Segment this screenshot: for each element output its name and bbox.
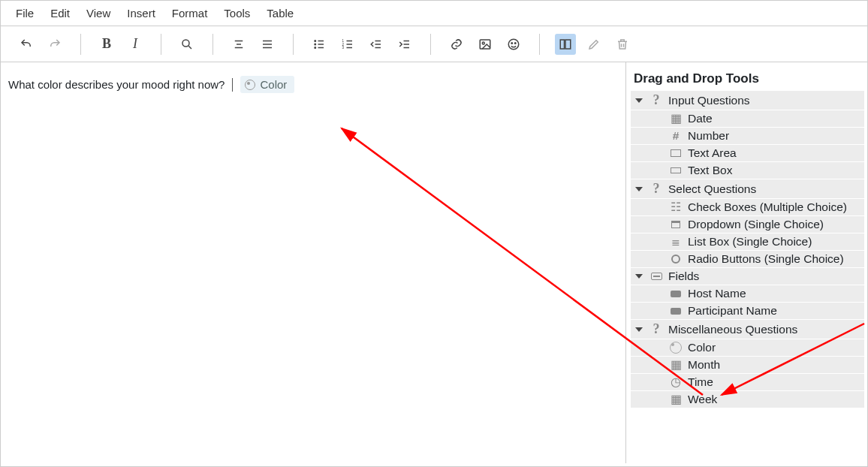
svg-point-0: [182, 40, 189, 47]
tree-category[interactable]: ?Miscellaneous Questions: [631, 320, 864, 339]
indent-button[interactable]: [394, 34, 415, 55]
chip-label: Color: [260, 78, 287, 91]
menu-insert[interactable]: Insert: [127, 7, 155, 20]
app-window: File Edit View Insert Format Tools Table…: [0, 0, 868, 467]
separator-icon: [80, 34, 81, 55]
search-button[interactable]: [176, 34, 197, 55]
svg-point-12: [315, 47, 316, 48]
palette-icon: [245, 80, 255, 90]
number-list-button[interactable]: 123: [337, 34, 358, 55]
tree-item[interactable]: Week: [631, 391, 864, 408]
item-label: Participant Name: [688, 304, 777, 318]
delete-button[interactable]: [612, 34, 633, 55]
separator-icon: [293, 34, 294, 55]
category-label: Miscellaneous Questions: [668, 323, 797, 336]
item-label: Number: [688, 129, 729, 143]
tree-item[interactable]: Radio Buttons (Single Choice): [631, 251, 864, 267]
svg-point-29: [511, 42, 513, 44]
sidebar-title: Drag and Drop Tools: [631, 71, 864, 91]
link-button[interactable]: [446, 34, 467, 55]
question-text: What color describes your mood right now…: [8, 78, 225, 91]
form-field-button[interactable]: [555, 34, 576, 55]
menu-bar: File Edit View Insert Format Tools Table: [1, 1, 867, 26]
editor-canvas[interactable]: What color describes your mood right now…: [1, 62, 625, 463]
svg-point-28: [508, 39, 519, 50]
item-label: Color: [688, 341, 716, 354]
item-label: Check Boxes (Multiple Choice): [688, 200, 847, 214]
separator-icon: [430, 34, 431, 55]
tree-category[interactable]: ?Select Questions: [631, 179, 864, 198]
caret-down-icon: [635, 274, 643, 279]
tree-category[interactable]: ?Input Questions: [631, 91, 864, 110]
category-label: Fields: [668, 270, 699, 283]
toolbar: B I 123: [1, 26, 867, 62]
menu-tools[interactable]: Tools: [224, 7, 250, 20]
svg-point-27: [482, 42, 484, 44]
caret-down-icon: [635, 327, 643, 332]
color-field-chip[interactable]: Color: [240, 76, 294, 93]
item-label: List Box (Single Choice): [688, 235, 812, 249]
tree-item[interactable]: Host Name: [631, 285, 864, 302]
svg-rect-31: [560, 40, 564, 49]
item-label: Month: [688, 358, 720, 372]
item-label: Text Area: [688, 146, 737, 160]
editor-line: What color describes your mood right now…: [8, 76, 618, 93]
menu-table[interactable]: Table: [267, 7, 294, 20]
tree-item[interactable]: List Box (Single Choice): [631, 234, 864, 250]
tree-item[interactable]: Time: [631, 374, 864, 390]
edit-button[interactable]: [583, 34, 604, 55]
bullet-list-button[interactable]: [309, 34, 330, 55]
separator-icon: [161, 34, 161, 55]
category-label: Input Questions: [668, 94, 750, 107]
svg-text:3: 3: [342, 46, 345, 50]
main-area: What color describes your mood right now…: [1, 62, 867, 463]
item-label: Text Box: [688, 164, 732, 177]
text-cursor: [232, 78, 233, 92]
tree-item[interactable]: Dropdown (Single Choice): [631, 216, 864, 233]
svg-point-30: [515, 42, 517, 44]
tree-item[interactable]: Text Area: [631, 145, 864, 161]
tree-category[interactable]: Fields: [631, 268, 864, 285]
outdent-button[interactable]: [366, 34, 387, 55]
bold-button[interactable]: B: [96, 34, 117, 55]
caret-down-icon: [635, 187, 643, 191]
item-label: Week: [688, 393, 717, 406]
category-label: Select Questions: [668, 182, 756, 196]
svg-point-10: [315, 44, 316, 45]
menu-edit[interactable]: Edit: [50, 7, 70, 20]
item-label: Time: [688, 375, 713, 389]
italic-button[interactable]: I: [125, 34, 146, 55]
tree-item[interactable]: Number: [631, 128, 864, 144]
tree-item[interactable]: Text Box: [631, 162, 864, 179]
menu-format[interactable]: Format: [172, 7, 208, 20]
separator-icon: [212, 34, 213, 55]
svg-rect-32: [565, 40, 571, 49]
undo-button[interactable]: [16, 34, 37, 55]
align-justify-button[interactable]: [257, 34, 278, 55]
tree-item[interactable]: Date: [631, 110, 864, 127]
item-label: Host Name: [688, 287, 746, 300]
svg-line-1: [188, 46, 191, 49]
emoji-button[interactable]: [503, 34, 524, 55]
redo-button[interactable]: [44, 34, 65, 55]
tree-item[interactable]: Participant Name: [631, 303, 864, 319]
tools-sidebar: Drag and Drop Tools ?Input QuestionsDate…: [625, 62, 867, 463]
tools-tree: ?Input QuestionsDateNumberText AreaText …: [631, 91, 864, 408]
menu-file[interactable]: File: [16, 7, 34, 20]
item-label: Date: [688, 112, 713, 125]
menu-view[interactable]: View: [86, 7, 110, 20]
tree-item[interactable]: Color: [631, 339, 864, 356]
align-center-button[interactable]: [228, 34, 249, 55]
item-label: Radio Buttons (Single Choice): [688, 252, 844, 266]
svg-rect-26: [480, 40, 490, 49]
image-button[interactable]: [475, 34, 496, 55]
tree-item[interactable]: Check Boxes (Multiple Choice): [631, 199, 864, 215]
item-label: Dropdown (Single Choice): [688, 218, 824, 231]
svg-point-8: [315, 40, 316, 41]
tree-item[interactable]: Month: [631, 357, 864, 373]
separator-icon: [539, 34, 540, 55]
caret-down-icon: [635, 98, 643, 103]
